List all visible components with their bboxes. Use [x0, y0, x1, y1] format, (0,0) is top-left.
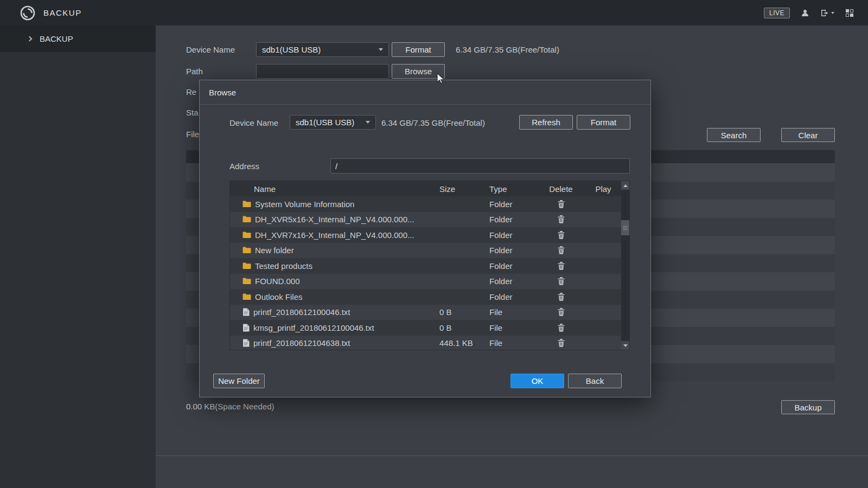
trash-icon[interactable] — [558, 293, 565, 301]
device-name-label: Device Name — [186, 45, 235, 54]
backup-button[interactable]: Backup — [781, 400, 835, 414]
trash-icon[interactable] — [558, 231, 565, 239]
chevron-down-icon — [831, 12, 834, 14]
folder-icon — [242, 262, 251, 269]
ok-button[interactable]: OK — [510, 374, 564, 388]
column-play: Play — [595, 184, 611, 194]
folder-icon — [242, 216, 251, 223]
dialog-format-button[interactable]: Format — [577, 115, 630, 130]
name-cell-text: Outlook Files — [255, 292, 303, 301]
app-logo-icon — [20, 5, 36, 21]
sidebar-item-label: BACKUP — [40, 34, 73, 43]
scroll-down-icon — [623, 344, 628, 347]
trash-icon[interactable] — [558, 339, 565, 347]
space-needed-text: 0.00 KB(Space Needed) — [186, 402, 275, 411]
file-row[interactable]: DH_XVR7x16-X_Internal_NP_V4.000.000... F… — [230, 227, 621, 243]
dialog-capacity-text: 6.34 GB/7.35 GB(Free/Total) — [381, 118, 485, 127]
file-row[interactable]: kmsg_printf_20180612100046.txt 0 B File — [230, 320, 621, 336]
type-cell: File — [489, 338, 537, 348]
start-label: Sta — [186, 108, 199, 117]
logout-icon[interactable] — [820, 9, 834, 17]
file-icon — [242, 339, 250, 347]
browse-dialog: Browse Device Name sdb1(USB USB) 6.34 GB… — [199, 80, 651, 397]
name-cell-text: kmsg_printf_20180612100046.txt — [253, 323, 374, 332]
trash-icon[interactable] — [558, 308, 565, 316]
record-label: Re — [186, 87, 196, 97]
name-cell-text: Tested products — [255, 261, 312, 271]
size-cell: 0 B — [439, 307, 489, 317]
topbar-actions: LIVE — [764, 8, 854, 18]
new-folder-button[interactable]: New Folder — [213, 374, 265, 388]
folder-icon — [242, 278, 251, 285]
file-row[interactable]: DH_XVR5x16-X_Internal_NP_V4.000.000... F… — [230, 212, 621, 228]
sidebar: BACKUP — [0, 25, 156, 488]
refresh-button[interactable]: Refresh — [519, 115, 573, 130]
address-label: Address — [229, 162, 259, 171]
file-row[interactable]: printf_20180612104638.txt 448.1 KB File — [230, 336, 621, 350]
file-row[interactable]: FOUND.000 Folder — [230, 274, 621, 290]
trash-icon[interactable] — [558, 200, 565, 208]
file-icon — [242, 324, 250, 332]
name-cell-text: New folder — [255, 246, 294, 255]
device-name-value: sdb1(USB USB) — [262, 45, 321, 54]
file-list-body: System Volume Information Folder — [230, 196, 621, 350]
user-icon[interactable] — [801, 9, 809, 17]
trash-icon[interactable] — [558, 277, 565, 285]
column-name: Name — [230, 184, 439, 194]
file-row[interactable]: Outlook Files Folder — [230, 289, 621, 305]
scrollbar[interactable] — [621, 181, 629, 350]
folder-icon — [242, 293, 251, 300]
type-cell: File — [489, 307, 537, 317]
size-cell: 0 B — [439, 323, 489, 332]
scroll-up-icon — [623, 184, 628, 187]
dialog-title: Browse — [200, 80, 650, 105]
type-cell: Folder — [489, 261, 537, 271]
type-cell: Folder — [489, 215, 537, 224]
device-name-select[interactable]: sdb1(USB USB) — [256, 42, 389, 57]
size-cell: 448.1 KB — [439, 338, 489, 348]
name-cell-text: printf_20180612100046.txt — [253, 307, 350, 317]
live-badge[interactable]: LIVE — [764, 8, 790, 18]
file-row[interactable]: System Volume Information Folder — [230, 196, 621, 212]
file-row[interactable]: New folder Folder — [230, 243, 621, 259]
trash-icon[interactable] — [558, 262, 565, 270]
grid-icon[interactable] — [845, 9, 854, 17]
file-label: File — [186, 130, 199, 139]
file-row[interactable]: printf_20180612100046.txt 0 B File — [230, 305, 621, 320]
backup-screen: BACKUP LIVE — [0, 0, 868, 488]
column-type: Type — [489, 184, 537, 194]
file-row[interactable]: Tested products Folder — [230, 258, 621, 274]
scroll-up-button[interactable] — [621, 181, 629, 190]
chevron-down-icon — [366, 121, 370, 124]
name-cell-text: DH_XVR5x16-X_Internal_NP_V4.000.000... — [255, 215, 414, 224]
address-input[interactable] — [330, 158, 630, 174]
name-cell-text: DH_XVR7x16-X_Internal_NP_V4.000.000... — [255, 230, 414, 240]
back-button[interactable]: Back — [568, 374, 622, 388]
scroll-thumb[interactable] — [621, 220, 629, 235]
sidebar-item-backup[interactable]: BACKUP — [0, 25, 156, 52]
scroll-track[interactable] — [621, 190, 629, 341]
trash-icon[interactable] — [558, 324, 565, 332]
dialog-device-name-value: sdb1(USB USB) — [296, 118, 354, 127]
column-size: Size — [439, 184, 489, 194]
trash-icon[interactable] — [558, 246, 565, 254]
search-button[interactable]: Search — [707, 128, 761, 142]
clear-button[interactable]: Clear — [781, 128, 835, 142]
file-icon — [242, 308, 250, 316]
trash-icon[interactable] — [558, 215, 565, 223]
type-cell: Folder — [489, 230, 537, 240]
dialog-device-name-select[interactable]: sdb1(USB USB) — [290, 115, 376, 130]
format-button[interactable]: Format — [392, 42, 445, 57]
chevron-down-icon — [379, 48, 383, 51]
path-input[interactable] — [256, 64, 389, 79]
scroll-down-button[interactable] — [621, 341, 629, 350]
name-cell-text: System Volume Information — [255, 200, 354, 209]
folder-icon — [242, 201, 251, 208]
browse-button[interactable]: Browse — [392, 64, 445, 79]
folder-icon — [242, 232, 251, 239]
name-cell-text: printf_20180612104638.txt — [253, 338, 350, 348]
file-table-header: Name Size Type Delete Play — [230, 181, 621, 196]
type-cell: Folder — [489, 200, 537, 209]
dialog-device-name-label: Device Name — [229, 118, 278, 127]
column-delete: Delete — [549, 184, 572, 194]
